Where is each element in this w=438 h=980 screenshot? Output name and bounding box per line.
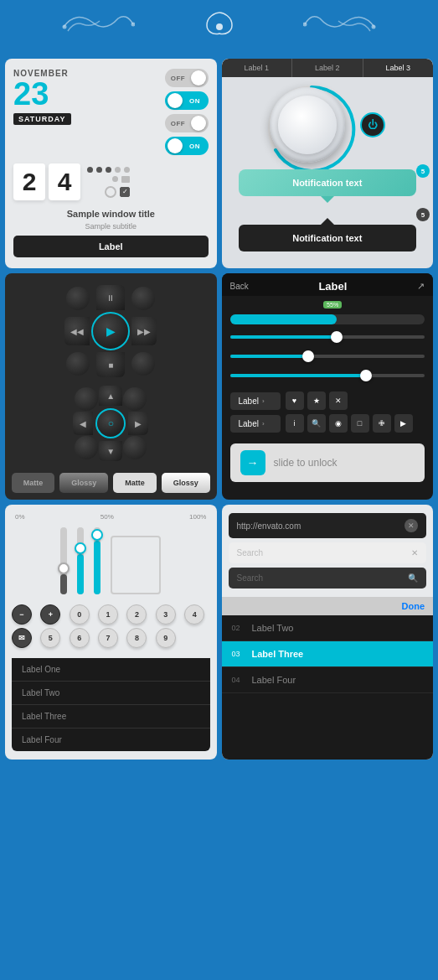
unlock-arrow[interactable]: →: [240, 450, 265, 475]
numpad-4[interactable]: 4: [184, 604, 204, 625]
notification-green: Notification text: [239, 169, 417, 196]
dpad-forward[interactable]: ▶▶: [131, 317, 157, 345]
btn-glossy-1[interactable]: Glossy: [59, 473, 108, 493]
label-pill-2[interactable]: Label ›: [230, 415, 281, 433]
slider-2[interactable]: [230, 350, 425, 363]
toggle-1[interactable]: OFF: [165, 69, 209, 87]
search-icon-2[interactable]: 🔍: [408, 573, 418, 583]
checkbox[interactable]: ✓: [120, 187, 130, 197]
label-pill-1[interactable]: Label ›: [230, 392, 281, 410]
done-button[interactable]: Done: [402, 601, 425, 611]
toggle-3[interactable]: OFF: [165, 114, 209, 132]
tab-label-2[interactable]: Label 2: [292, 59, 363, 77]
panel-knob: Label 1 Label 2 Label 3 ⏻ Notification t…: [222, 59, 434, 268]
label-pill-1-text: Label: [239, 397, 259, 406]
dpad-stop[interactable]: ■: [96, 352, 125, 377]
icon-close[interactable]: ✕: [329, 391, 348, 410]
progress-labels: 0% 50% 100%: [12, 513, 210, 521]
tab-label-1[interactable]: Label 1: [222, 59, 293, 77]
icon-info[interactable]: i: [286, 414, 304, 433]
list-num-02: 02: [232, 624, 245, 632]
search-placeholder-1: Search: [237, 548, 407, 557]
btn-matte-2[interactable]: Matte: [113, 473, 157, 493]
label-rows: Label › ♥ ★ ✕ Label › i: [230, 391, 425, 433]
list-item-three[interactable]: Label Three: [12, 705, 210, 729]
icon-btns-1: ♥ ★ ✕: [286, 391, 348, 410]
top-ornament: [0, 0, 438, 59]
label-button[interactable]: Label: [13, 236, 209, 257]
tab-label-3[interactable]: Label 3: [363, 59, 434, 77]
dpad-2: ▲ ◀ ○ ▶ ▼: [73, 386, 148, 461]
power-button[interactable]: ⏻: [360, 112, 385, 137]
numpad-2[interactable]: 2: [126, 604, 147, 625]
dpad2-right[interactable]: ▶: [128, 412, 148, 435]
window-title: Sample window title: [13, 209, 209, 219]
numpad-0[interactable]: 0: [70, 604, 90, 625]
label-pill-2-text: Label: [239, 419, 259, 428]
slider-1[interactable]: [230, 330, 425, 344]
icon-location[interactable]: ◉: [329, 414, 348, 433]
icon-square[interactable]: □: [351, 414, 369, 433]
list-section-item-04[interactable]: 04 Label Four: [222, 667, 434, 693]
dpad2-corner-tl: [75, 387, 98, 411]
vslider-3-thumb[interactable]: [91, 529, 103, 541]
dpad-rewind[interactable]: ◀◀: [64, 317, 90, 345]
vslider-2-thumb[interactable]: [75, 542, 86, 554]
ornament-center: [194, 13, 245, 46]
toggle-3-label: OFF: [167, 120, 189, 127]
url-clear-button[interactable]: ✕: [405, 519, 418, 532]
numpad-5[interactable]: 5: [40, 628, 60, 648]
icon-search[interactable]: 🔍: [307, 414, 326, 433]
dpad-corner-tl: [66, 287, 90, 310]
numpad-9[interactable]: 9: [156, 628, 176, 648]
dpad2-left[interactable]: ◀: [73, 412, 93, 435]
vslider-1-fill: [60, 574, 67, 594]
btn-glossy-2[interactable]: Glossy: [162, 473, 210, 493]
icon-heart[interactable]: ♥: [286, 391, 304, 410]
radio-btn[interactable]: [105, 186, 116, 198]
numpad-mail[interactable]: ✉: [12, 628, 32, 648]
search-input-1[interactable]: Search ✕: [229, 542, 427, 563]
toggle-2[interactable]: ON: [165, 91, 209, 110]
numpad-minus[interactable]: −: [12, 604, 32, 625]
back-button[interactable]: Back: [230, 282, 249, 291]
toggle-4[interactable]: ON: [165, 137, 209, 155]
icon-star[interactable]: ★: [307, 391, 326, 410]
dpad-pause[interactable]: ⏸: [96, 285, 125, 310]
slider-2-thumb[interactable]: [302, 350, 314, 362]
slider-1-thumb[interactable]: [331, 331, 343, 343]
slider-2-track: [230, 355, 425, 358]
search-clear-1[interactable]: ✕: [411, 548, 418, 557]
icon-play[interactable]: ▶: [394, 414, 413, 433]
list-section-item-03[interactable]: 03 Label Three: [222, 641, 434, 667]
list-item-four[interactable]: Label Four: [12, 729, 210, 751]
numpad-3[interactable]: 3: [156, 604, 176, 625]
numpad-8[interactable]: 8: [126, 628, 147, 648]
numpad-7[interactable]: 7: [98, 628, 118, 648]
dpad-play[interactable]: ▶: [91, 312, 130, 350]
slide-to-unlock[interactable]: → slide to unlock: [230, 443, 425, 482]
slider-3[interactable]: [230, 369, 425, 382]
list-item-one[interactable]: Label One: [12, 658, 210, 682]
dpad2-center[interactable]: ○: [95, 408, 126, 438]
knob-inner: [278, 96, 337, 154]
list-section-item-02[interactable]: 02 Label Two: [222, 615, 434, 641]
url-input[interactable]: http://envato.com ✕: [229, 513, 427, 538]
btn-matte-1[interactable]: Matte: [12, 473, 55, 493]
numpad-1[interactable]: 1: [98, 604, 118, 625]
numpad-6[interactable]: 6: [70, 628, 90, 648]
dpad2-up[interactable]: ▲: [99, 386, 122, 406]
list-item-two[interactable]: Label Two: [12, 682, 210, 705]
notif-dark-wrap: Notification text 5: [230, 213, 425, 260]
slider-3-thumb[interactable]: [360, 370, 372, 381]
icon-plus[interactable]: ✙: [373, 414, 391, 433]
vslider-1-thumb[interactable]: [58, 563, 70, 574]
numpad-plus[interactable]: +: [40, 604, 60, 625]
dpad2-down[interactable]: ▼: [99, 441, 122, 461]
share-icon[interactable]: ↗: [417, 281, 425, 292]
cal-date-block: NOVEMBER 23 SATURDAY: [13, 69, 165, 125]
knob-outer[interactable]: [270, 87, 345, 163]
search-input-2[interactable]: Search 🔍: [229, 568, 427, 589]
toggles-column: OFF ON OFF ON: [165, 69, 209, 155]
svg-point-2: [216, 23, 223, 30]
